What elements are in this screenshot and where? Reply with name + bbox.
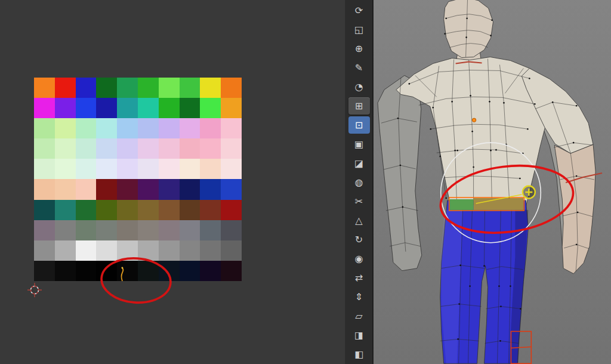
palette-swatch[interactable] xyxy=(34,138,55,159)
palette-swatch[interactable] xyxy=(180,179,200,199)
palette-swatch[interactable] xyxy=(180,220,200,240)
palette-swatch[interactable] xyxy=(34,179,55,199)
palette-swatch[interactable] xyxy=(138,78,159,98)
palette-swatch[interactable] xyxy=(221,261,242,281)
palette-swatch[interactable] xyxy=(138,118,159,138)
palette-swatch[interactable] xyxy=(76,118,97,138)
palette-swatch[interactable] xyxy=(96,98,117,118)
palette-swatch[interactable] xyxy=(180,118,200,138)
palette-swatch[interactable] xyxy=(221,240,242,261)
palette-swatch[interactable] xyxy=(76,159,97,179)
shrink-fatten-tool[interactable]: ⇕ xyxy=(348,288,370,306)
palette-swatch[interactable] xyxy=(117,220,138,240)
palette-swatch[interactable] xyxy=(221,98,242,118)
palette-swatch[interactable] xyxy=(34,200,55,220)
annotate-tool[interactable]: ✎ xyxy=(348,59,370,76)
palette-swatch[interactable] xyxy=(34,118,55,138)
palette-swatch[interactable] xyxy=(200,200,221,220)
palette-swatch[interactable] xyxy=(200,118,221,138)
palette-swatch[interactable] xyxy=(200,98,221,118)
palette-swatch[interactable] xyxy=(221,118,242,138)
palette-swatch[interactable] xyxy=(159,240,180,261)
viewport-canvas[interactable] xyxy=(374,0,611,364)
palette-swatch[interactable] xyxy=(180,240,200,261)
palette-swatch[interactable] xyxy=(96,179,117,199)
palette-swatch[interactable] xyxy=(221,159,242,179)
palette-swatch[interactable] xyxy=(200,179,221,199)
palette-swatch[interactable] xyxy=(200,240,221,261)
uv-cursor-2d[interactable] xyxy=(27,283,42,297)
palette-swatch[interactable] xyxy=(34,98,55,118)
palette-swatch[interactable] xyxy=(55,220,76,240)
palette-swatch[interactable] xyxy=(76,220,97,240)
palette-swatch[interactable] xyxy=(55,138,76,159)
palette-swatch[interactable] xyxy=(180,261,200,281)
palette-swatch[interactable] xyxy=(96,138,117,159)
color-palette-image[interactable] xyxy=(34,78,242,281)
inset-faces-tool[interactable]: ▣ xyxy=(348,135,370,153)
palette-swatch[interactable] xyxy=(180,200,200,220)
palette-swatch[interactable] xyxy=(55,261,76,281)
palette-swatch[interactable] xyxy=(76,240,97,261)
palette-swatch[interactable] xyxy=(117,261,138,281)
palette-swatch[interactable] xyxy=(76,78,97,98)
palette-swatch[interactable] xyxy=(221,78,242,98)
bevel-tool[interactable]: ◪ xyxy=(348,155,370,172)
palette-swatch[interactable] xyxy=(55,179,76,199)
palette-swatch[interactable] xyxy=(200,220,221,240)
palette-swatch[interactable] xyxy=(96,200,117,220)
transform-tool[interactable]: ⊕ xyxy=(348,40,370,57)
palette-swatch[interactable] xyxy=(200,159,221,179)
palette-swatch[interactable] xyxy=(96,78,117,98)
smooth-tool[interactable]: ◉ xyxy=(348,250,370,267)
palette-swatch[interactable] xyxy=(34,240,55,261)
palette-swatch[interactable] xyxy=(180,78,200,98)
palette-swatch[interactable] xyxy=(159,200,180,220)
extrude-gizmo[interactable] xyxy=(523,186,535,198)
palette-swatch[interactable] xyxy=(138,179,159,199)
palette-swatch[interactable] xyxy=(76,98,97,118)
add-cube-tool[interactable]: ⊞ xyxy=(348,97,370,115)
palette-swatch[interactable] xyxy=(96,240,117,261)
palette-swatch[interactable] xyxy=(180,138,200,159)
uv-image-editor[interactable] xyxy=(0,0,345,364)
rotate-tool[interactable]: ⟳ xyxy=(348,2,370,19)
palette-swatch[interactable] xyxy=(55,118,76,138)
palette-swatch[interactable] xyxy=(55,240,76,261)
palette-swatch[interactable] xyxy=(138,200,159,220)
palette-swatch[interactable] xyxy=(221,200,242,220)
palette-swatch[interactable] xyxy=(159,98,180,118)
palette-swatch[interactable] xyxy=(55,78,76,98)
palette-swatch[interactable] xyxy=(96,118,117,138)
palette-swatch[interactable] xyxy=(96,261,117,281)
palette-swatch[interactable] xyxy=(159,78,180,98)
palette-swatch[interactable] xyxy=(76,138,97,159)
palette-swatch[interactable] xyxy=(159,261,180,281)
rip-region-tool[interactable]: ◨ xyxy=(348,326,370,344)
palette-swatch[interactable] xyxy=(96,159,117,179)
palette-swatch[interactable] xyxy=(34,78,55,98)
palette-swatch[interactable] xyxy=(138,138,159,159)
knife-tool[interactable]: ✂ xyxy=(348,193,370,210)
palette-swatch[interactable] xyxy=(159,179,180,199)
extrude-region-tool[interactable]: ⊡ xyxy=(348,116,370,134)
poly-build-tool[interactable]: △ xyxy=(348,212,370,229)
loop-cut-tool[interactable]: ◍ xyxy=(348,174,370,191)
palette-swatch[interactable] xyxy=(55,98,76,118)
palette-swatch[interactable] xyxy=(34,159,55,179)
palette-swatch[interactable] xyxy=(96,220,117,240)
palette-swatch[interactable] xyxy=(76,261,97,281)
palette-swatch[interactable] xyxy=(117,118,138,138)
palette-swatch[interactable] xyxy=(76,179,97,199)
palette-swatch[interactable] xyxy=(159,118,180,138)
palette-swatch[interactable] xyxy=(138,159,159,179)
palette-swatch[interactable] xyxy=(180,159,200,179)
palette-swatch[interactable] xyxy=(221,179,242,199)
rip-edge-tool[interactable]: ◧ xyxy=(348,346,370,363)
palette-swatch[interactable] xyxy=(117,200,138,220)
palette-swatch[interactable] xyxy=(221,220,242,240)
palette-swatch[interactable] xyxy=(221,138,242,159)
palette-swatch[interactable] xyxy=(200,138,221,159)
palette-swatch[interactable] xyxy=(76,200,97,220)
palette-swatch[interactable] xyxy=(138,98,159,118)
